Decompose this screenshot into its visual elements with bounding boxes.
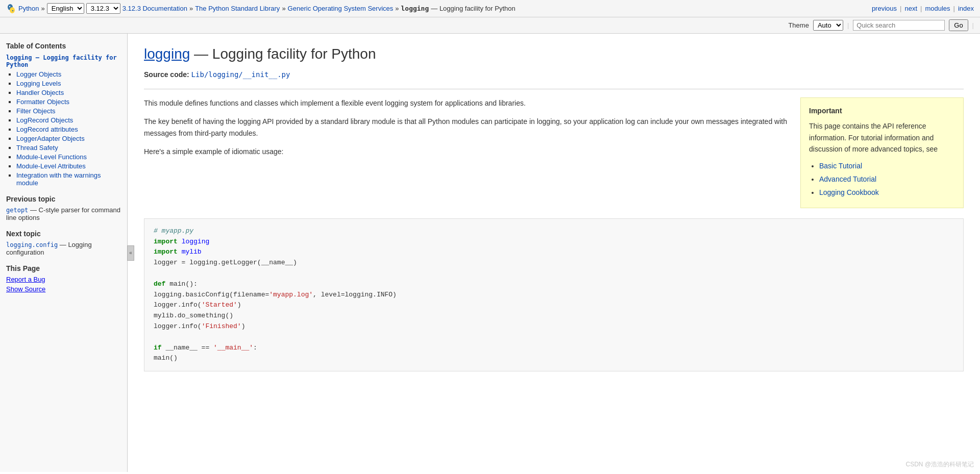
breadcrumb-tail: — Logging facility for Python (431, 5, 515, 12)
breadcrumb-sep4: » (395, 5, 399, 12)
code-line-comment: # myapp.py (154, 226, 954, 237)
code-keyword-import2: import (154, 248, 178, 256)
nav-next-link[interactable]: next (904, 5, 917, 12)
top-navigation: Python » English 3.12.3 3.11 3.10 3.12.3… (0, 0, 980, 17)
prev-topic-link[interactable]: getopt (6, 207, 28, 214)
code-block: # myapp.py import logging import mylib l… (144, 218, 964, 371)
show-source-link[interactable]: Show Source (6, 285, 45, 293)
code-logger-info1-pre: logger.info( (154, 301, 202, 309)
toc-list-item: Handler Objects (16, 89, 121, 96)
code-finished-str: 'Finished' (202, 322, 241, 330)
code-line-4: def main(): (154, 279, 954, 290)
page-title-suffix: — Logging facility for Python (194, 46, 376, 62)
toc-link-loggeradapter-objects[interactable]: LoggerAdapter Objects (16, 135, 85, 142)
prev-topic-item: getopt — C-style parser for command line… (6, 206, 121, 221)
breadcrumb-stdlib: The Python Standard Library (195, 5, 280, 12)
module-name-link[interactable]: logging (144, 46, 190, 62)
basic-tutorial-link[interactable]: Basic Tutorial (819, 162, 862, 170)
code-keyword-if: if (154, 344, 162, 352)
intro-p2: The key benefit of having the logging AP… (144, 116, 788, 139)
code-started-str: 'Started' (202, 301, 237, 309)
theme-select[interactable]: Auto Light Dark (813, 20, 843, 31)
toc-list-item: Integration with the warnings module (16, 171, 121, 187)
go-button[interactable]: Go (949, 19, 968, 31)
important-link-item: Basic Tutorial (819, 160, 955, 171)
toc-link-logger-objects[interactable]: Logger Objects (16, 70, 61, 78)
next-topic-link[interactable]: logging.config (6, 241, 58, 248)
content-columns: This module defines functions and classe… (144, 97, 964, 208)
show-source-item: Show Source (6, 285, 121, 293)
prev-topic-title: Previous topic (6, 195, 121, 203)
nav-modules-link[interactable]: modules (925, 5, 950, 12)
breadcrumb-module: logging (401, 5, 429, 12)
report-bug-item: Report a Bug (6, 276, 121, 283)
intro-p3: Here's a simple example of idiomatic usa… (144, 146, 788, 157)
important-link-item: Advanced Tutorial (819, 173, 955, 185)
code-module-mylib: mylib (182, 248, 202, 256)
nav-index-link[interactable]: index (958, 5, 974, 12)
code-main-call: main() (154, 354, 178, 362)
toc-link-filter-objects[interactable]: Filter Objects (16, 107, 56, 115)
code-line-3: logger = logging.getLogger(__name__) (154, 258, 954, 268)
page-layout: Table of Contents logging — Logging faci… (0, 34, 980, 472)
language-select[interactable]: English (47, 3, 84, 14)
toc-link-formatter-objects[interactable]: Formatter Objects (16, 98, 69, 106)
python-link[interactable]: Python (18, 5, 39, 12)
toc-link-module-functions[interactable]: Module-Level Functions (16, 153, 87, 161)
code-logger-info2-pre: logger.info( (154, 322, 202, 330)
page-title: logging — Logging facility for Python (144, 46, 964, 62)
main-content: logging — Logging facility for Python So… (128, 34, 980, 472)
source-code-label: Source code: (144, 70, 189, 79)
sidebar-collapse-button[interactable]: « (127, 245, 134, 261)
toc-link-module-attributes[interactable]: Module-Level Attributes (16, 162, 86, 170)
intro-p1: This module defines functions and classe… (144, 97, 788, 109)
code-line-9: if __name__ == '__main__': (154, 343, 954, 354)
toc-link-logging-levels[interactable]: Logging Levels (16, 80, 61, 87)
search-input[interactable] (853, 20, 945, 31)
nav-links: previous | next | modules | index (872, 5, 974, 12)
logging-cookbook-link[interactable]: Logging Cookbook (819, 188, 879, 196)
watermark: CSDN @浩浩的科研笔记 (905, 460, 974, 469)
nav-sep1: | (900, 5, 901, 12)
svg-point-1 (10, 7, 15, 13)
code-colon: : (253, 344, 257, 352)
nav-sep3: | (953, 5, 955, 12)
breadcrumb-area: Python » English 3.12.3 3.11 3.10 3.12.3… (6, 3, 516, 14)
toolbar-end-sep: | (972, 21, 974, 29)
divider (144, 89, 964, 89)
code-def-main: main(): (169, 280, 198, 288)
advanced-tutorial-link[interactable]: Advanced Tutorial (819, 175, 876, 183)
toc-list-item: Formatter Objects (16, 98, 121, 106)
code-line-8: logger.info('Finished') (154, 321, 954, 332)
code-do-something: mylib.do_something() (154, 312, 233, 319)
code-logger-info1-post: ) (237, 301, 241, 309)
this-page-title: This Page (6, 264, 121, 272)
version-select[interactable]: 3.12.3 3.11 3.10 (86, 3, 120, 14)
code-module-logging: logging (182, 238, 210, 245)
python-icon (6, 4, 16, 14)
nav-previous-link[interactable]: previous (872, 5, 897, 12)
code-getlogger: logger = logging.getLogger(__name__) (154, 259, 297, 266)
toc-list-item: LogRecord Objects (16, 116, 121, 124)
toc-list-item: Filter Objects (16, 107, 121, 115)
toc-link-logrecord-attributes[interactable]: LogRecord attributes (16, 126, 78, 133)
toc-link-logrecord-objects[interactable]: LogRecord Objects (16, 116, 73, 124)
report-bug-link[interactable]: Report a Bug (6, 276, 45, 283)
source-code-link[interactable]: Lib/logging/__init__.py (191, 70, 290, 79)
code-blank-2 (154, 332, 954, 343)
next-topic-item: logging.config — Logging configuration (6, 241, 121, 256)
code-if-rest: __name__ == (162, 344, 213, 352)
toc-link-integration-warnings[interactable]: Integration with the warnings module (16, 171, 101, 187)
code-filename-str: 'myapp.log' (269, 291, 313, 298)
toc-list-item: Logger Objects (16, 70, 121, 78)
breadcrumb-sep1: » (41, 5, 44, 12)
code-blank-1 (154, 268, 954, 279)
code-main-str: '__main__' (213, 344, 253, 352)
toc-link-handler-objects[interactable]: Handler Objects (16, 89, 64, 96)
toolbar: Theme Auto Light Dark | Go | (0, 17, 980, 34)
breadcrumb-sep3: » (282, 5, 285, 12)
toc-list: Logger Objects Logging Levels Handler Ob… (6, 70, 121, 187)
breadcrumb-gos: Generic Operating System Services (288, 5, 394, 12)
toc-list-item: LoggerAdapter Objects (16, 135, 121, 142)
toc-link-thread-safety[interactable]: Thread Safety (16, 144, 58, 152)
